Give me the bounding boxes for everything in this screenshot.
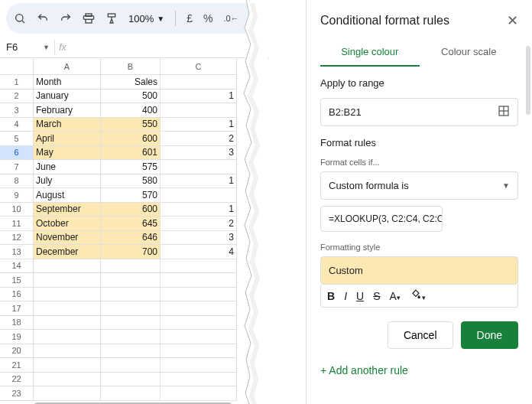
close-icon[interactable]: ✕ [507, 12, 518, 29]
col-header-c[interactable]: C [161, 58, 237, 75]
row-header[interactable]: 7 [0, 160, 34, 174]
decrease-decimal-icon[interactable]: .0← [223, 14, 238, 23]
cell[interactable]: 600 [101, 132, 161, 146]
print-icon[interactable] [83, 12, 95, 24]
condition-select[interactable]: Custom formula is ▼ [320, 171, 518, 200]
row-header[interactable]: 1 [0, 75, 34, 90]
row-header[interactable]: 3 [0, 103, 34, 118]
row-header[interactable]: 5 [0, 132, 34, 146]
paint-format-icon[interactable] [105, 12, 118, 24]
tab-single-colour[interactable]: Single colour [320, 38, 420, 67]
cell[interactable]: 400 [101, 103, 161, 118]
cell[interactable]: 3 [161, 146, 237, 161]
cell[interactable]: 570 [101, 188, 161, 203]
row-header[interactable]: 23 [0, 386, 34, 401]
cell[interactable]: 1 [161, 174, 237, 189]
tab-colour-scale[interactable]: Colour scale [420, 38, 519, 67]
row-header[interactable]: 2 [0, 90, 34, 104]
cell[interactable] [34, 386, 101, 401]
row-header[interactable]: 22 [0, 373, 34, 387]
cell[interactable] [161, 316, 237, 331]
search-icon[interactable] [14, 12, 26, 24]
cell[interactable] [161, 288, 237, 302]
text-color-button[interactable]: A▾ [389, 290, 400, 302]
cell[interactable] [101, 259, 161, 274]
apply-range-input[interactable]: B2:B21 [320, 98, 518, 126]
cell[interactable]: 646 [101, 231, 161, 246]
cell[interactable] [101, 373, 161, 387]
redo-icon[interactable] [60, 12, 72, 24]
cell[interactable]: 600 [101, 203, 161, 217]
name-box-dropdown[interactable]: ▼ [38, 44, 54, 51]
cell[interactable] [101, 316, 161, 331]
row-header[interactable]: 12 [0, 231, 34, 246]
cell[interactable]: 1 [161, 203, 237, 217]
col-header-b[interactable]: B [101, 58, 161, 75]
zoom-select[interactable]: 100% ▼ [128, 13, 164, 24]
col-header-a[interactable]: A [34, 58, 101, 75]
cell[interactable] [161, 259, 237, 274]
underline-button[interactable]: U [356, 290, 364, 302]
row-header[interactable]: 17 [0, 301, 34, 316]
cell[interactable] [101, 273, 161, 288]
strikethrough-button[interactable]: S [373, 290, 380, 302]
cell[interactable]: March [34, 118, 101, 132]
cell[interactable]: July [34, 174, 101, 189]
cell[interactable]: 1 [161, 90, 237, 104]
row-header[interactable]: 11 [0, 217, 34, 231]
cell[interactable]: 575 [101, 160, 161, 174]
cell[interactable] [34, 330, 101, 344]
cell[interactable]: 1 [161, 118, 237, 132]
cell[interactable]: Month [34, 75, 101, 90]
currency-icon[interactable]: £ [187, 12, 193, 24]
italic-button[interactable]: I [344, 290, 347, 302]
cell[interactable] [34, 288, 101, 302]
cell[interactable]: 601 [101, 146, 161, 161]
cell[interactable]: August [34, 188, 101, 203]
bold-button[interactable]: B [327, 290, 335, 302]
cell[interactable]: December [34, 245, 101, 259]
cell[interactable] [161, 273, 237, 288]
row-header[interactable]: 4 [0, 118, 34, 132]
row-header[interactable]: 9 [0, 188, 34, 203]
cell[interactable]: November [34, 231, 101, 246]
select-range-icon[interactable] [498, 105, 510, 119]
cell[interactable] [161, 301, 237, 316]
row-header[interactable]: 15 [0, 273, 34, 288]
percent-icon[interactable]: % [203, 12, 212, 24]
row-header[interactable]: 14 [0, 259, 34, 274]
cell[interactable] [34, 316, 101, 331]
cell[interactable] [161, 386, 237, 401]
cell[interactable]: 3 [161, 231, 237, 246]
cell[interactable] [34, 358, 101, 373]
cell[interactable]: 4 [161, 245, 237, 259]
cell[interactable]: 2 [161, 132, 237, 146]
formula-input[interactable]: =XLOOKUP(3, C2:C4, C2:C4 [320, 206, 443, 232]
cell[interactable]: May [34, 146, 101, 161]
cell[interactable] [161, 358, 237, 373]
cell[interactable]: January [34, 90, 101, 104]
cell[interactable] [161, 160, 237, 174]
panel-scrollbar[interactable] [526, 46, 530, 115]
cell[interactable]: 580 [101, 174, 161, 189]
row-header[interactable]: 13 [0, 245, 34, 259]
cell[interactable]: February [34, 103, 101, 118]
cell[interactable]: September [34, 203, 101, 217]
undo-icon[interactable] [37, 12, 49, 24]
cell[interactable] [34, 301, 101, 316]
row-header[interactable]: 20 [0, 344, 34, 359]
row-header[interactable]: 10 [0, 203, 34, 217]
cell[interactable] [34, 344, 101, 359]
cell[interactable] [161, 188, 237, 203]
cell[interactable]: June [34, 160, 101, 174]
cell[interactable]: 645 [101, 217, 161, 231]
cell[interactable] [161, 75, 237, 90]
cell[interactable]: 550 [101, 118, 161, 132]
cell[interactable] [101, 358, 161, 373]
row-header[interactable]: 16 [0, 288, 34, 302]
cell[interactable] [34, 373, 101, 387]
row-header[interactable]: 18 [0, 316, 34, 331]
name-box[interactable]: F6 [0, 41, 38, 53]
cell[interactable] [101, 301, 161, 316]
cell[interactable]: 700 [101, 245, 161, 259]
